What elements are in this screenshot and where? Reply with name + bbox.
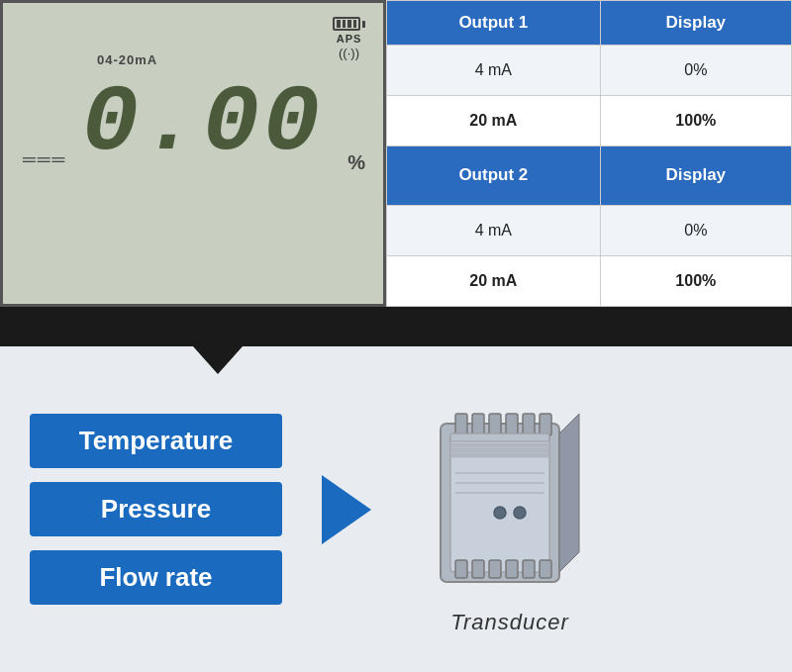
output2-header: Output 2 <box>387 146 601 205</box>
svg-rect-8 <box>450 433 549 441</box>
pressure-label: Pressure <box>30 482 282 536</box>
svg-rect-5 <box>506 414 518 435</box>
lcd-panel: ═══ 04-20mA APS ((·)) 0.00 % <box>0 0 386 307</box>
svg-rect-6 <box>523 414 535 435</box>
temperature-label: Temperature <box>30 414 282 468</box>
display-header1: Display <box>600 1 791 46</box>
aps-label: APS <box>337 33 362 45</box>
arrow-divider <box>0 307 792 346</box>
top-section: ═══ 04-20mA APS ((·)) 0.00 % <box>0 0 792 307</box>
digit-display: 0.00 <box>82 77 324 171</box>
svg-rect-2 <box>455 414 467 435</box>
svg-marker-12 <box>559 414 579 572</box>
output-table: Output 1 Display 4 mA 0% 20 mA 100% Outp… <box>386 0 792 307</box>
svg-rect-9 <box>450 443 549 447</box>
transducer-illustration <box>411 384 609 602</box>
dc-symbol: ═══ <box>23 145 66 171</box>
output1-header: Output 1 <box>387 1 601 46</box>
output1-row2-output: 20 mA <box>387 96 601 146</box>
sensor-inputs: Temperature Pressure Flow rate <box>30 414 282 605</box>
output2-row1-display: 0% <box>600 205 791 255</box>
battery-aps-area: APS ((·)) <box>333 17 365 60</box>
right-arrow-icon <box>322 475 371 544</box>
svg-rect-10 <box>450 448 549 452</box>
arrow-right-shape <box>322 475 371 544</box>
svg-rect-19 <box>472 560 484 578</box>
svg-rect-3 <box>472 414 484 435</box>
table-row: 4 mA 0% <box>387 205 792 255</box>
svg-rect-22 <box>523 560 535 578</box>
table-row: 20 mA 100% <box>387 96 792 146</box>
lcd-display-area: 0.00 <box>72 77 334 171</box>
table-row: 4 mA 0% <box>387 46 792 96</box>
table-row: 20 mA 100% <box>387 255 792 306</box>
svg-point-14 <box>514 507 526 519</box>
lcd-percent-unit: % <box>347 151 365 174</box>
svg-rect-4 <box>489 414 501 435</box>
down-arrow-icon <box>193 346 243 374</box>
svg-rect-11 <box>450 453 549 457</box>
svg-rect-20 <box>489 560 501 578</box>
output1-row1-display: 0% <box>600 46 791 96</box>
svg-rect-7 <box>540 414 551 435</box>
output2-row2-output: 20 mA <box>387 255 601 306</box>
transducer-area: Transducer <box>411 384 609 635</box>
table-section: Output 1 Display 4 mA 0% 20 mA 100% Outp… <box>386 0 792 307</box>
display-header2: Display <box>600 146 791 205</box>
svg-rect-23 <box>540 560 551 578</box>
output2-row1-output: 4 mA <box>387 205 601 255</box>
output2-row2-display: 100% <box>600 255 791 306</box>
wireless-icon: ((·)) <box>339 46 359 60</box>
transducer-label: Transducer <box>450 610 569 635</box>
lcd-label-04-20mA: 04-20mA <box>97 52 157 67</box>
battery-icon <box>333 17 365 31</box>
output1-row1-output: 4 mA <box>387 46 601 96</box>
bottom-section: Temperature Pressure Flow rate <box>0 346 792 672</box>
svg-rect-21 <box>506 560 518 578</box>
svg-point-13 <box>494 507 506 519</box>
output1-row2-display: 100% <box>600 96 791 146</box>
svg-rect-18 <box>455 560 467 578</box>
flow-rate-label: Flow rate <box>30 550 282 605</box>
